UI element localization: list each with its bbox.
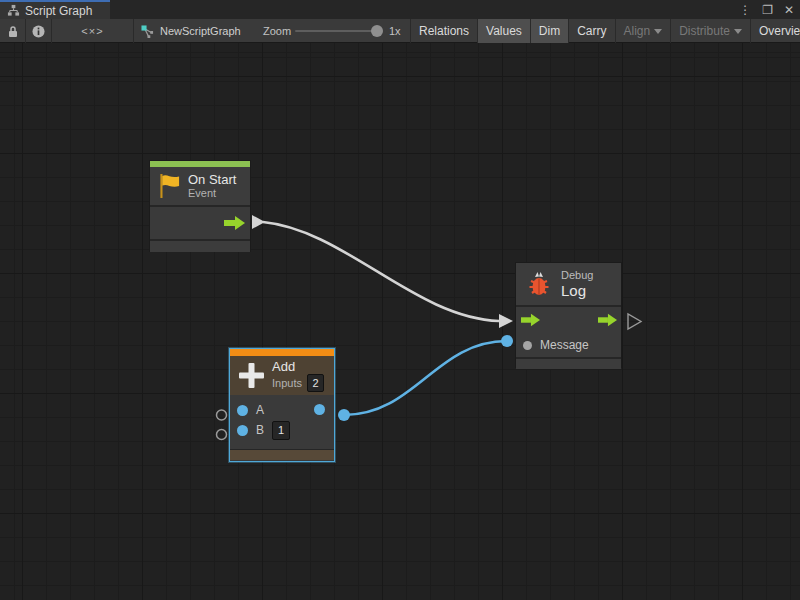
node-category: Debug bbox=[561, 269, 593, 282]
add-footer bbox=[230, 449, 334, 460]
graph-canvas[interactable] bbox=[0, 43, 800, 600]
tab-bar: Script Graph ⋮ ❐ ✕ bbox=[0, 0, 800, 19]
graph-name-button[interactable]: NewScriptGraph bbox=[134, 19, 260, 43]
code-icon: <×> bbox=[81, 25, 103, 37]
relations-button[interactable]: Relations bbox=[411, 19, 478, 43]
trigger-input-port[interactable] bbox=[521, 313, 540, 327]
trigger-output-port[interactable] bbox=[224, 216, 245, 230]
graph-toolbar: <×> NewScriptGraph Zoom 1x Relations Val… bbox=[0, 19, 800, 43]
inputs-count-field[interactable]: 2 bbox=[307, 374, 324, 392]
more-menu-icon[interactable]: ⋮ bbox=[739, 4, 751, 16]
inputs-label: Inputs bbox=[272, 377, 302, 390]
port-row-b: B 1 bbox=[230, 420, 334, 440]
message-port-row: Message bbox=[516, 333, 621, 357]
close-icon[interactable]: ✕ bbox=[784, 4, 794, 16]
distribute-button[interactable]: Distribute bbox=[671, 19, 751, 43]
add-body: A B 1 bbox=[230, 395, 334, 449]
on-start-header: On Start Event bbox=[150, 167, 250, 205]
sum-output-port[interactable] bbox=[314, 404, 325, 415]
maximize-icon[interactable]: ❐ bbox=[762, 4, 773, 16]
add-accent-bar bbox=[230, 349, 334, 356]
chevron-down-icon bbox=[734, 29, 742, 34]
add-header: Add Inputs 2 bbox=[230, 356, 334, 395]
tab-script-graph[interactable]: Script Graph bbox=[0, 0, 110, 19]
node-add[interactable]: Add Inputs 2 A B 1 bbox=[229, 348, 335, 462]
debug-log-trigger-row bbox=[516, 307, 621, 333]
node-debug-log[interactable]: Debug Log Message bbox=[515, 262, 622, 368]
on-start-footer bbox=[150, 241, 250, 252]
node-subtitle: Event bbox=[188, 187, 236, 200]
overview-button[interactable]: Overview bbox=[751, 19, 800, 43]
on-start-body bbox=[150, 207, 250, 239]
zoom-label: Zoom bbox=[263, 19, 291, 43]
dim-button[interactable]: Dim bbox=[531, 19, 569, 43]
node-on-start[interactable]: On Start Event bbox=[149, 160, 251, 252]
tab-label: Script Graph bbox=[25, 5, 92, 17]
graph-hierarchy-icon bbox=[7, 4, 20, 17]
values-button[interactable]: Values bbox=[478, 19, 531, 43]
port-b-input[interactable] bbox=[237, 425, 248, 436]
node-title: Add bbox=[272, 359, 324, 374]
info-button[interactable] bbox=[26, 19, 52, 43]
graph-name-label: NewScriptGraph bbox=[160, 25, 241, 37]
zoom-slider-handle[interactable] bbox=[371, 25, 383, 37]
port-a-input[interactable] bbox=[237, 405, 248, 416]
debug-log-header: Debug Log bbox=[516, 263, 621, 305]
toolbar-buttons: Relations Values Dim Carry Align Distrib… bbox=[410, 19, 800, 43]
message-input-port[interactable] bbox=[523, 341, 532, 350]
zoom-slider[interactable] bbox=[295, 30, 377, 32]
window-controls: ⋮ ❐ ✕ bbox=[739, 0, 794, 19]
lock-button[interactable] bbox=[0, 19, 26, 43]
bug-icon bbox=[524, 269, 554, 299]
flag-icon bbox=[158, 173, 181, 199]
script-graph-window: Script Graph ⋮ ❐ ✕ <×> bbox=[0, 0, 800, 600]
message-port-label: Message bbox=[540, 338, 589, 352]
trigger-output-port[interactable] bbox=[598, 313, 617, 327]
zoom-value: 1x bbox=[389, 19, 401, 43]
code-view-button[interactable]: <×> bbox=[52, 19, 134, 43]
lock-icon bbox=[7, 25, 19, 38]
script-graph-asset-icon bbox=[141, 25, 154, 38]
port-b-label: B bbox=[256, 423, 264, 437]
plus-icon bbox=[238, 362, 265, 389]
node-title: Log bbox=[561, 282, 593, 299]
debug-log-footer bbox=[516, 359, 621, 369]
align-button[interactable]: Align bbox=[616, 19, 672, 43]
port-a-label: A bbox=[256, 403, 264, 417]
port-row-a: A bbox=[230, 400, 334, 420]
port-b-value-field[interactable]: 1 bbox=[272, 421, 290, 440]
info-icon bbox=[32, 25, 45, 38]
node-title: On Start bbox=[188, 172, 236, 187]
chevron-down-icon bbox=[654, 29, 662, 34]
carry-button[interactable]: Carry bbox=[569, 19, 615, 43]
